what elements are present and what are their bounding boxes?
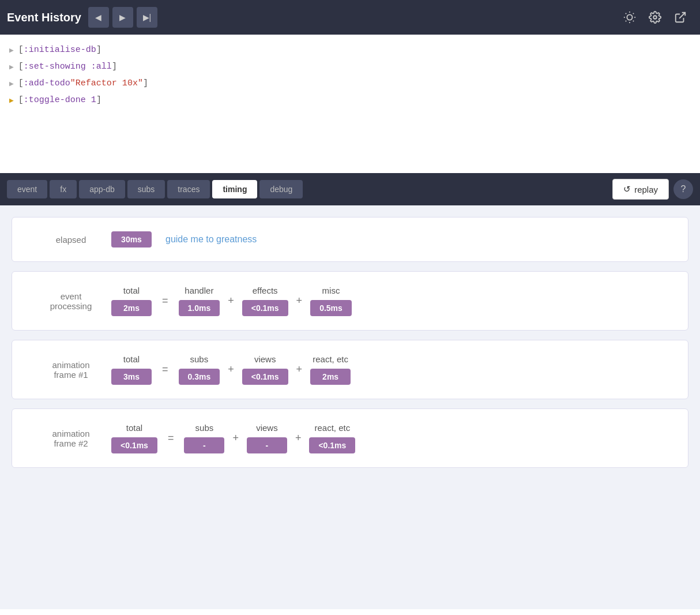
event-handler-value: 1.0ms — [179, 300, 220, 316]
list-item[interactable]: ▶ [:set-showing :all] — [0, 58, 700, 75]
nav-forward-button[interactable]: ▶ — [112, 7, 133, 28]
elapsed-value: 30ms — [111, 231, 152, 247]
timing-content: elapsed 30ms guide me to greatness event… — [0, 205, 700, 609]
tab-timing[interactable]: timing — [212, 180, 257, 198]
plus-sign-af1-2: + — [296, 363, 303, 376]
list-item[interactable]: ▶ [:toggle-done 1] — [0, 92, 700, 108]
svg-line-7 — [626, 21, 626, 21]
total-label: total — [123, 286, 140, 295]
af2-views-value: - — [247, 437, 287, 453]
replay-icon: ↺ — [623, 184, 631, 194]
equals-sign-af2: = — [168, 432, 174, 444]
af1-subs-value: 0.3ms — [179, 369, 220, 385]
list-item[interactable]: ▶ [:add-todo "Refactor 10x"] — [0, 75, 700, 92]
event-processing-label: eventprocessing — [31, 291, 111, 311]
animation-frame-2-card: animationframe #2 total <0.1ms = subs - … — [12, 408, 688, 468]
animation-frame-1-card: animationframe #1 total 3ms = subs 0.3ms… — [12, 340, 688, 399]
equals-sign: = — [162, 295, 168, 307]
event-processing-card: eventprocessing total 2ms = handler 1.0m… — [12, 271, 688, 331]
elapsed-label: elapsed — [31, 235, 111, 245]
guide-link[interactable]: guide me to greatness — [165, 234, 257, 245]
event-misc-value: 0.5ms — [310, 300, 352, 316]
plus-sign-2: + — [296, 295, 303, 307]
af2-subs-value: - — [184, 437, 224, 453]
event-list: ▶ [:initialise-db] ▶ [:set-showing :all]… — [0, 35, 700, 173]
total-label-af1: total — [123, 354, 140, 364]
chevron-icon: ▶ — [9, 62, 14, 72]
list-item[interactable]: ▶ [:initialise-db] — [0, 42, 700, 58]
handler-label: handler — [185, 286, 213, 295]
svg-line-10 — [679, 13, 685, 18]
app-title: Event History — [7, 11, 81, 24]
af1-total-value: 3ms — [111, 369, 152, 385]
svg-line-3 — [626, 13, 626, 14]
event-effects-value: <0.1ms — [242, 300, 288, 316]
animation-frame-2-label: animationframe #2 — [31, 429, 111, 448]
subs-label-af2: subs — [195, 423, 214, 433]
animation-frame-1-label: animationframe #1 — [31, 360, 111, 380]
chevron-icon: ▶ — [9, 96, 14, 105]
svg-line-8 — [633, 13, 634, 14]
react-etc-label-af2: react, etc — [315, 423, 351, 433]
equals-sign-af1: = — [162, 363, 168, 376]
svg-point-9 — [653, 16, 657, 19]
react-etc-label-af1: react, etc — [313, 354, 348, 364]
plus-sign-1: + — [228, 295, 234, 307]
plus-sign-af2-2: + — [295, 432, 302, 444]
plus-sign-af2-1: + — [232, 432, 239, 444]
replay-button[interactable]: ↺ replay — [612, 179, 669, 200]
tab-bar: event fx app-db subs traces timing debug… — [0, 173, 700, 205]
af1-views-value: <0.1ms — [242, 369, 288, 385]
chevron-icon: ▶ — [9, 46, 14, 55]
views-label-af2: views — [256, 423, 278, 433]
nav-last-button[interactable]: ▶| — [137, 7, 157, 28]
af2-react-value: <0.1ms — [309, 437, 355, 453]
tab-debug[interactable]: debug — [259, 180, 303, 198]
af2-total-value: <0.1ms — [111, 437, 157, 453]
tab-event[interactable]: event — [7, 180, 47, 198]
nav-back-button[interactable]: ◀ — [88, 7, 109, 28]
misc-label: misc — [322, 286, 340, 295]
total-label-af2: total — [126, 423, 142, 433]
tab-fx[interactable]: fx — [50, 180, 77, 198]
plus-sign-af1-1: + — [228, 363, 234, 376]
svg-line-4 — [633, 21, 634, 21]
chevron-icon: ▶ — [9, 79, 14, 88]
tab-app-db[interactable]: app-db — [79, 180, 125, 198]
views-label-af1: views — [254, 354, 276, 364]
subs-label-af1: subs — [190, 354, 209, 364]
settings-button[interactable] — [642, 5, 668, 30]
event-total-value: 2ms — [111, 300, 152, 316]
open-external-button[interactable] — [668, 5, 693, 30]
tab-subs[interactable]: subs — [127, 180, 165, 198]
elapsed-card: elapsed 30ms guide me to greatness — [12, 217, 688, 262]
svg-point-0 — [627, 14, 632, 20]
af1-react-value: 2ms — [310, 369, 351, 385]
effects-label: effects — [253, 286, 278, 295]
header: Event History ◀ ▶ ▶| — [0, 0, 700, 35]
help-button[interactable]: ? — [673, 179, 693, 199]
theme-toggle-button[interactable] — [617, 5, 642, 30]
tab-traces[interactable]: traces — [167, 180, 210, 198]
